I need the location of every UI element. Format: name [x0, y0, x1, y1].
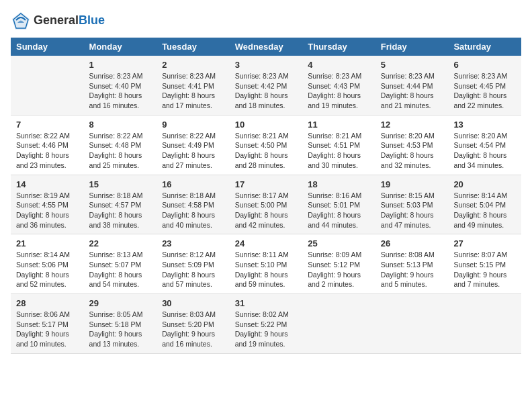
day-number: 25 [308, 238, 370, 248]
calendar-cell: 17Sunrise: 8:17 AM Sunset: 5:00 PM Dayli… [230, 175, 303, 234]
day-number: 14 [16, 179, 79, 189]
day-number: 20 [453, 179, 516, 189]
day-number: 2 [162, 60, 224, 70]
weekday-header: Sunday [11, 38, 84, 56]
calendar-cell: 11Sunrise: 8:21 AM Sunset: 4:51 PM Dayli… [302, 115, 375, 175]
calendar-header-row: SundayMondayTuesdayWednesdayThursdayFrid… [11, 38, 521, 56]
calendar-cell: 24Sunrise: 8:11 AM Sunset: 5:10 PM Dayli… [230, 234, 303, 294]
day-number: 9 [162, 120, 224, 130]
calendar-cell [302, 294, 375, 354]
day-info: Sunrise: 8:14 AM Sunset: 5:04 PM Dayligh… [453, 191, 516, 230]
calendar-cell: 5Sunrise: 8:23 AM Sunset: 4:44 PM Daylig… [375, 56, 449, 115]
day-info: Sunrise: 8:23 AM Sunset: 4:40 PM Dayligh… [89, 71, 152, 111]
day-info: Sunrise: 8:20 AM Sunset: 4:53 PM Dayligh… [381, 131, 443, 171]
calendar-cell: 7Sunrise: 8:22 AM Sunset: 4:46 PM Daylig… [11, 115, 84, 175]
logo-general: General [34, 13, 79, 27]
day-number: 15 [89, 179, 152, 189]
day-info: Sunrise: 8:02 AM Sunset: 5:22 PM Dayligh… [235, 310, 298, 349]
day-info: Sunrise: 8:07 AM Sunset: 5:15 PM Dayligh… [453, 250, 516, 289]
day-number: 18 [308, 179, 370, 189]
weekday-header: Tuesday [157, 38, 230, 56]
day-info: Sunrise: 8:23 AM Sunset: 4:42 PM Dayligh… [235, 71, 298, 111]
day-number: 30 [162, 298, 224, 308]
day-number: 24 [235, 238, 298, 248]
calendar-cell: 30Sunrise: 8:03 AM Sunset: 5:20 PM Dayli… [157, 294, 230, 354]
calendar-cell: 8Sunrise: 8:22 AM Sunset: 4:48 PM Daylig… [84, 115, 157, 175]
calendar-cell: 10Sunrise: 8:21 AM Sunset: 4:50 PM Dayli… [230, 115, 303, 175]
day-number: 12 [381, 120, 443, 130]
day-number: 4 [308, 60, 370, 70]
day-number: 22 [89, 238, 152, 248]
calendar-cell: 21Sunrise: 8:14 AM Sunset: 5:06 PM Dayli… [11, 234, 84, 294]
calendar-week-row: 28Sunrise: 8:06 AM Sunset: 5:17 PM Dayli… [11, 294, 521, 354]
day-info: Sunrise: 8:23 AM Sunset: 4:45 PM Dayligh… [453, 71, 516, 111]
calendar-week-row: 7Sunrise: 8:22 AM Sunset: 4:46 PM Daylig… [11, 115, 521, 175]
day-number: 27 [453, 238, 516, 248]
calendar-cell: 12Sunrise: 8:20 AM Sunset: 4:53 PM Dayli… [375, 115, 449, 175]
day-number: 16 [162, 179, 224, 189]
day-info: Sunrise: 8:08 AM Sunset: 5:13 PM Dayligh… [381, 250, 443, 289]
page-header: GeneralBlue [11, 11, 521, 31]
day-info: Sunrise: 8:09 AM Sunset: 5:12 PM Dayligh… [308, 250, 370, 289]
calendar-cell: 4Sunrise: 8:23 AM Sunset: 4:43 PM Daylig… [302, 56, 375, 115]
day-number: 28 [16, 298, 79, 308]
day-info: Sunrise: 8:06 AM Sunset: 5:17 PM Dayligh… [16, 310, 79, 349]
calendar-cell: 16Sunrise: 8:18 AM Sunset: 4:58 PM Dayli… [157, 175, 230, 234]
calendar-cell [375, 294, 449, 354]
calendar-cell: 28Sunrise: 8:06 AM Sunset: 5:17 PM Dayli… [11, 294, 84, 354]
day-number: 31 [235, 298, 298, 308]
calendar-cell: 6Sunrise: 8:23 AM Sunset: 4:45 PM Daylig… [448, 56, 521, 115]
day-number: 1 [89, 60, 152, 70]
day-number: 23 [162, 238, 224, 248]
day-info: Sunrise: 8:05 AM Sunset: 5:18 PM Dayligh… [89, 310, 152, 349]
day-number: 13 [453, 120, 516, 130]
day-info: Sunrise: 8:23 AM Sunset: 4:43 PM Dayligh… [308, 71, 370, 111]
calendar-cell: 22Sunrise: 8:13 AM Sunset: 5:07 PM Dayli… [84, 234, 157, 294]
day-number: 7 [16, 120, 79, 130]
day-info: Sunrise: 8:16 AM Sunset: 5:01 PM Dayligh… [308, 191, 370, 230]
logo-icon [11, 11, 31, 31]
day-info: Sunrise: 8:11 AM Sunset: 5:10 PM Dayligh… [235, 250, 298, 289]
calendar-cell: 13Sunrise: 8:20 AM Sunset: 4:54 PM Dayli… [448, 115, 521, 175]
day-info: Sunrise: 8:22 AM Sunset: 4:46 PM Dayligh… [16, 131, 79, 171]
logo: GeneralBlue [11, 11, 105, 31]
calendar-cell: 31Sunrise: 8:02 AM Sunset: 5:22 PM Dayli… [230, 294, 303, 354]
weekday-header: Wednesday [230, 38, 303, 56]
logo-blue: Blue [79, 13, 105, 27]
day-number: 21 [16, 238, 79, 248]
day-info: Sunrise: 8:12 AM Sunset: 5:09 PM Dayligh… [162, 250, 224, 289]
calendar-cell: 18Sunrise: 8:16 AM Sunset: 5:01 PM Dayli… [302, 175, 375, 234]
day-info: Sunrise: 8:22 AM Sunset: 4:48 PM Dayligh… [89, 131, 152, 171]
calendar-cell: 20Sunrise: 8:14 AM Sunset: 5:04 PM Dayli… [448, 175, 521, 234]
calendar-cell: 3Sunrise: 8:23 AM Sunset: 4:42 PM Daylig… [230, 56, 303, 115]
day-number: 17 [235, 179, 298, 189]
day-number: 8 [89, 120, 152, 130]
day-info: Sunrise: 8:14 AM Sunset: 5:06 PM Dayligh… [16, 250, 79, 289]
weekday-header: Friday [375, 38, 449, 56]
day-info: Sunrise: 8:19 AM Sunset: 4:55 PM Dayligh… [16, 191, 79, 230]
day-info: Sunrise: 8:21 AM Sunset: 4:50 PM Dayligh… [235, 131, 298, 171]
weekday-header: Monday [84, 38, 157, 56]
day-info: Sunrise: 8:23 AM Sunset: 4:44 PM Dayligh… [381, 71, 443, 111]
day-info: Sunrise: 8:21 AM Sunset: 4:51 PM Dayligh… [308, 131, 370, 171]
calendar-cell: 15Sunrise: 8:18 AM Sunset: 4:57 PM Dayli… [84, 175, 157, 234]
calendar-week-row: 14Sunrise: 8:19 AM Sunset: 4:55 PM Dayli… [11, 175, 521, 234]
calendar-week-row: 21Sunrise: 8:14 AM Sunset: 5:06 PM Dayli… [11, 234, 521, 294]
day-number: 11 [308, 120, 370, 130]
weekday-header: Thursday [302, 38, 375, 56]
calendar-table: SundayMondayTuesdayWednesdayThursdayFrid… [11, 38, 521, 354]
calendar-cell: 23Sunrise: 8:12 AM Sunset: 5:09 PM Dayli… [157, 234, 230, 294]
calendar-cell: 25Sunrise: 8:09 AM Sunset: 5:12 PM Dayli… [302, 234, 375, 294]
day-info: Sunrise: 8:17 AM Sunset: 5:00 PM Dayligh… [235, 191, 298, 230]
day-number: 3 [235, 60, 298, 70]
calendar-cell: 9Sunrise: 8:22 AM Sunset: 4:49 PM Daylig… [157, 115, 230, 175]
day-info: Sunrise: 8:18 AM Sunset: 4:57 PM Dayligh… [89, 191, 152, 230]
weekday-header: Saturday [448, 38, 521, 56]
day-info: Sunrise: 8:13 AM Sunset: 5:07 PM Dayligh… [89, 250, 152, 289]
calendar-cell: 26Sunrise: 8:08 AM Sunset: 5:13 PM Dayli… [375, 234, 449, 294]
day-info: Sunrise: 8:22 AM Sunset: 4:49 PM Dayligh… [162, 131, 224, 171]
calendar-cell: 19Sunrise: 8:15 AM Sunset: 5:03 PM Dayli… [375, 175, 449, 234]
day-number: 19 [381, 179, 443, 189]
day-info: Sunrise: 8:03 AM Sunset: 5:20 PM Dayligh… [162, 310, 224, 349]
calendar-cell [11, 56, 84, 115]
